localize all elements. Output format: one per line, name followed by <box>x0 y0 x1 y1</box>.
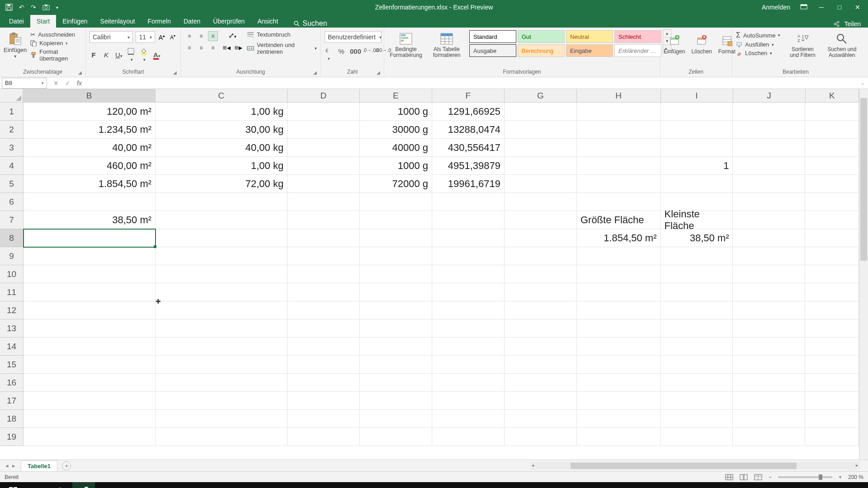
cell-H17[interactable] <box>577 392 661 410</box>
cell-F1[interactable]: 1291,66925 <box>432 103 505 121</box>
cell-F12[interactable] <box>432 301 505 319</box>
cell-E2[interactable]: 30000 g <box>360 121 432 139</box>
cell-G4[interactable] <box>505 157 577 175</box>
cell-C12[interactable] <box>156 301 288 319</box>
cell-style-neutral[interactable]: Neutral <box>566 30 613 43</box>
cell-D1[interactable] <box>288 103 360 121</box>
edge-button[interactable] <box>49 482 71 488</box>
cell-K10[interactable] <box>805 265 859 283</box>
cell-C19[interactable] <box>156 428 288 446</box>
cell-C14[interactable] <box>156 338 288 356</box>
row-header-2[interactable]: 2 <box>0 121 24 139</box>
cell-H3[interactable] <box>577 139 661 157</box>
row-header-1[interactable]: 1 <box>0 103 24 121</box>
cell-F6[interactable] <box>432 193 505 211</box>
cell-G13[interactable] <box>505 319 577 338</box>
zoom-slider[interactable] <box>778 476 832 478</box>
row-header-18[interactable]: 18 <box>0 410 24 428</box>
copy-button[interactable]: Kopieren▾ <box>30 40 82 47</box>
cell-B8[interactable] <box>24 229 156 247</box>
column-header-F[interactable]: F <box>432 89 505 103</box>
cell-F8[interactable] <box>432 229 505 247</box>
cell-F14[interactable] <box>432 338 505 356</box>
cell-D18[interactable] <box>288 410 360 428</box>
cell-G6[interactable] <box>505 193 577 211</box>
cell-H11[interactable] <box>577 283 661 301</box>
cell-E15[interactable] <box>360 356 432 374</box>
cell-K17[interactable] <box>805 392 859 410</box>
cell-D13[interactable] <box>288 319 360 338</box>
cell-H1[interactable] <box>577 103 661 121</box>
cell-D2[interactable] <box>288 121 360 139</box>
cell-G5[interactable] <box>505 175 577 193</box>
dialog-launcher-icon[interactable]: ◢ <box>78 70 82 75</box>
enter-formula-icon[interactable]: ✓ <box>65 80 71 87</box>
cell-C1[interactable]: 1,00 kg <box>156 103 288 121</box>
align-right-icon[interactable]: ≡ <box>208 43 218 53</box>
display-options-icon[interactable] <box>800 4 807 10</box>
cell-E6[interactable] <box>360 193 432 211</box>
cell-K15[interactable] <box>805 356 859 374</box>
cell-E19[interactable] <box>360 428 432 446</box>
cell-J16[interactable] <box>733 374 805 392</box>
cell-D9[interactable] <box>288 247 360 265</box>
cell-E17[interactable] <box>360 392 432 410</box>
cell-C13[interactable] <box>156 319 288 338</box>
name-box[interactable]: B8▾ <box>2 78 47 89</box>
format-painter-button[interactable]: Format übertragen <box>30 48 82 62</box>
row-header-3[interactable]: 3 <box>0 139 24 157</box>
cell-E18[interactable] <box>360 410 432 428</box>
underline-icon[interactable]: U▾ <box>115 51 123 59</box>
accounting-format-icon[interactable]: €▾ <box>325 47 333 61</box>
cell-K16[interactable] <box>805 374 859 392</box>
cell-K8[interactable] <box>805 229 859 247</box>
close-icon[interactable]: ✕ <box>854 4 862 11</box>
cell-I2[interactable] <box>661 121 733 139</box>
row-header-15[interactable]: 15 <box>0 356 24 374</box>
save-icon[interactable] <box>5 4 13 11</box>
cell-D12[interactable] <box>288 301 360 319</box>
cell-B17[interactable] <box>24 392 156 410</box>
scroll-thumb[interactable] <box>860 98 867 261</box>
cell-K18[interactable] <box>805 410 859 428</box>
camera-icon[interactable] <box>42 4 50 10</box>
autosum-button[interactable]: ΣAutoSumme▾ <box>736 31 780 39</box>
cell-D3[interactable] <box>288 139 360 157</box>
cell-style-eingabe[interactable]: Eingabe <box>566 44 613 57</box>
italic-icon[interactable]: K <box>102 51 110 59</box>
cell-G15[interactable] <box>505 356 577 374</box>
dialog-launcher-icon[interactable]: ◢ <box>173 70 177 75</box>
cell-style-erkl-render-[interactable]: Erklärender … <box>614 44 661 57</box>
fill-color-icon[interactable]: ▾ <box>140 47 148 62</box>
cell-B13[interactable] <box>24 319 156 338</box>
cell-style-schlecht[interactable]: Schlecht <box>614 30 661 43</box>
align-left-icon[interactable]: ≡ <box>184 43 194 53</box>
cell-E4[interactable]: 1000 g <box>360 157 432 175</box>
cell-H10[interactable] <box>577 265 661 283</box>
cell-K3[interactable] <box>805 139 859 157</box>
tab-formeln[interactable]: Formeln <box>142 15 177 28</box>
cell-I8[interactable]: 38,50 m² <box>661 229 733 247</box>
vertical-scrollbar[interactable] <box>859 89 868 460</box>
cell-D6[interactable] <box>288 193 360 211</box>
cell-I19[interactable] <box>661 428 733 446</box>
cell-J1[interactable] <box>733 103 805 121</box>
cell-B12[interactable] <box>24 301 156 319</box>
cell-I3[interactable] <box>661 139 733 157</box>
cell-C9[interactable] <box>156 247 288 265</box>
column-header-K[interactable]: K <box>806 89 859 103</box>
new-sheet-button[interactable]: ＋ <box>62 461 71 470</box>
cell-E1[interactable]: 1000 g <box>360 103 432 121</box>
delete-cells-button[interactable]: Löschen <box>691 31 712 55</box>
normal-view-icon[interactable] <box>725 474 733 480</box>
cell-D16[interactable] <box>288 374 360 392</box>
cell-G10[interactable] <box>505 265 577 283</box>
column-header-J[interactable]: J <box>733 89 806 103</box>
align-center-icon[interactable]: ≡ <box>196 43 206 53</box>
horizontal-scrollbar[interactable]: ◂ ▸ <box>530 462 860 470</box>
cell-H6[interactable] <box>577 193 661 211</box>
cell-G17[interactable] <box>505 392 577 410</box>
cell-I10[interactable] <box>661 265 733 283</box>
cell-F17[interactable] <box>432 392 505 410</box>
comma-icon[interactable]: 000 <box>350 47 358 61</box>
